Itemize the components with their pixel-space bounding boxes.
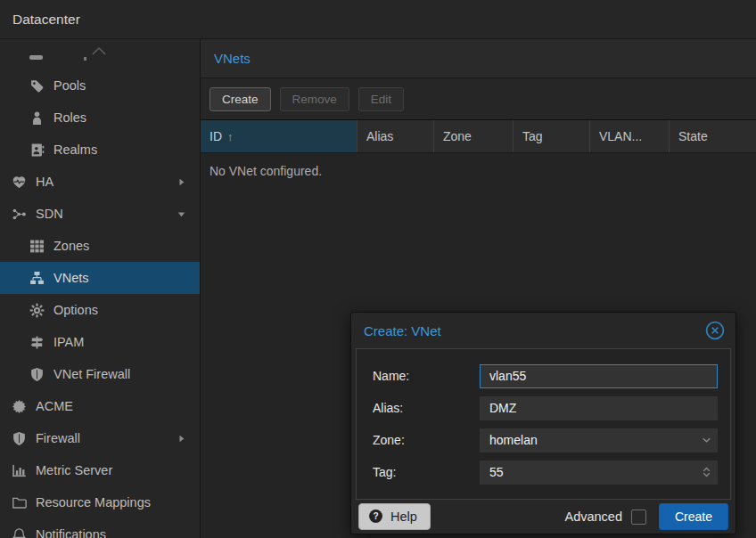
field-label: Name:	[373, 369, 480, 383]
sidebar-item-label: Pools	[53, 78, 86, 93]
dialog-titlebar[interactable]: Create: VNet	[351, 313, 735, 348]
sidebar-item-label: VNet Firewall	[53, 367, 130, 381]
sidebar-item-notifications[interactable]: Notifications	[0, 518, 200, 538]
sitemap-icon	[29, 271, 45, 286]
table-header-row: ID ↑ Alias Zone Tag VLAN... State	[201, 119, 756, 153]
folder-icon	[12, 495, 27, 510]
sidebar-item-label: Notifications	[36, 527, 106, 538]
sidebar-item-acme[interactable]: ACME	[0, 390, 200, 422]
sidebar-item-pools[interactable]: Pools	[0, 69, 200, 102]
close-icon[interactable]	[705, 321, 725, 340]
name-input[interactable]	[480, 364, 718, 388]
top-header: Datacenter	[0, 0, 756, 39]
tag-field-row: Tag:	[373, 456, 726, 488]
sidebar-item-ipam[interactable]: IPAM	[0, 326, 200, 358]
sidebar-item-realms[interactable]: Realms	[0, 134, 200, 166]
sidebar-item-label: VNets	[53, 271, 89, 285]
column-header-state[interactable]: State	[670, 120, 755, 152]
field-label: Zone:	[373, 433, 480, 447]
sort-ascending-icon: ↑	[227, 130, 234, 143]
sidebar-item-partial-scrolled[interactable]	[0, 39, 200, 69]
sidebar-item-vnets[interactable]: VNets	[0, 262, 200, 294]
sidebar-item-label: Resource Mappings	[36, 495, 151, 509]
user-icon	[29, 110, 45, 126]
caret-right-icon[interactable]	[176, 433, 187, 444]
dialog-title: Create: VNet	[364, 323, 441, 338]
sidebar-item-resource-mappings[interactable]: Resource Mappings	[0, 486, 200, 518]
sidebar-item-ha[interactable]: HA	[0, 166, 200, 198]
chevron-down-icon[interactable]	[700, 434, 713, 447]
vnets-toolbar: CreateRemoveEdit	[201, 78, 756, 119]
zone-field-row: Zone:	[373, 424, 726, 456]
advanced-checkbox[interactable]	[631, 509, 646, 525]
bar-chart-icon	[12, 463, 27, 478]
question-circle-icon	[368, 509, 383, 524]
create-button[interactable]: Create	[210, 87, 271, 111]
field-label: Alias:	[373, 401, 480, 415]
address-book-icon	[29, 143, 45, 158]
sidebar-item-sdn[interactable]: SDN	[0, 198, 200, 230]
sidebar-item-vnet-firewall[interactable]: VNet Firewall	[0, 358, 200, 390]
shield-icon	[12, 431, 27, 446]
panel-title: VNets	[214, 51, 251, 66]
empty-table-text: No VNet configured.	[210, 164, 322, 178]
sidebar-item-label: HA	[36, 175, 53, 189]
bell-icon	[12, 527, 27, 538]
sidebar-items: Pools Roles Realms HA SDN Zones VNets Op…	[0, 69, 200, 538]
dialog-form: Name: Alias: Zone: Tag:	[356, 348, 731, 500]
sidebar-item-metric-server[interactable]: Metric Server	[0, 454, 200, 486]
footer-right-group: Advanced Create	[564, 503, 728, 530]
help-button[interactable]: Help	[358, 503, 431, 530]
sidebar-item-firewall[interactable]: Firewall	[0, 422, 200, 454]
column-header-tag[interactable]: Tag	[514, 120, 590, 152]
sidebar-item-label: Realms	[53, 143, 97, 157]
signpost-icon	[29, 335, 45, 350]
tags-icon	[29, 78, 45, 94]
sidebar-item-label: Options	[53, 303, 98, 317]
sidebar-item-label: Zones	[53, 239, 89, 253]
alias-input[interactable]	[480, 396, 718, 420]
column-header-vlan[interactable]: VLAN...	[590, 120, 670, 152]
sidebar-item-zones[interactable]: Zones	[0, 230, 200, 262]
alias-field-row: Alias:	[373, 392, 726, 424]
page-title: Datacenter	[12, 12, 80, 28]
remove-button[interactable]: Remove	[280, 87, 349, 111]
sidebar-item-label: Firewall	[36, 431, 80, 445]
clipped-icon-fragment	[29, 55, 43, 60]
gear-icon	[29, 303, 45, 318]
sidebar-item-roles[interactable]: Roles	[0, 102, 200, 134]
clipped-text-fragment	[84, 57, 86, 61]
field-label: Tag:	[373, 465, 480, 479]
sidebar-item-label: SDN	[36, 207, 63, 221]
dialog-footer: Help Advanced Create	[351, 500, 735, 534]
sidebar-item-label: IPAM	[53, 335, 84, 349]
create-vnet-dialog: Create: VNet Name: Alias: Zone: Tag:	[350, 312, 736, 534]
certificate-icon	[12, 399, 27, 414]
caret-right-icon[interactable]	[176, 176, 187, 188]
caret-down-icon[interactable]	[176, 208, 187, 220]
sidebar-tree: Pools Roles Realms HA SDN Zones VNets Op…	[0, 39, 201, 538]
create-submit-button[interactable]: Create	[659, 503, 728, 530]
sidebar-item-label: ACME	[36, 399, 73, 413]
panel-header: VNets	[201, 39, 756, 78]
column-header-zone[interactable]: Zone	[434, 120, 514, 152]
grid-icon	[29, 239, 45, 254]
zone-combobox[interactable]	[480, 428, 718, 452]
column-header-id[interactable]: ID ↑	[201, 120, 357, 152]
sidebar-item-options[interactable]: Options	[0, 294, 200, 326]
edit-button[interactable]: Edit	[358, 87, 404, 111]
sidebar-item-label: Metric Server	[36, 463, 112, 477]
proxmox-datacenter-screen: Datacenter Pools Roles Realms HA SDN Zon…	[0, 0, 756, 538]
sidebar-item-label: Roles	[53, 110, 86, 125]
column-header-alias[interactable]: Alias	[357, 120, 434, 152]
tag-spinner[interactable]	[480, 461, 718, 485]
name-field-row: Name:	[373, 360, 726, 392]
heartbeat-icon	[12, 175, 27, 190]
spinner-up-down-icon[interactable]	[700, 466, 713, 479]
sdn-icon	[12, 207, 27, 222]
chevron-up-icon	[88, 43, 110, 60]
advanced-label: Advanced	[564, 509, 622, 524]
shield-icon	[29, 367, 45, 382]
